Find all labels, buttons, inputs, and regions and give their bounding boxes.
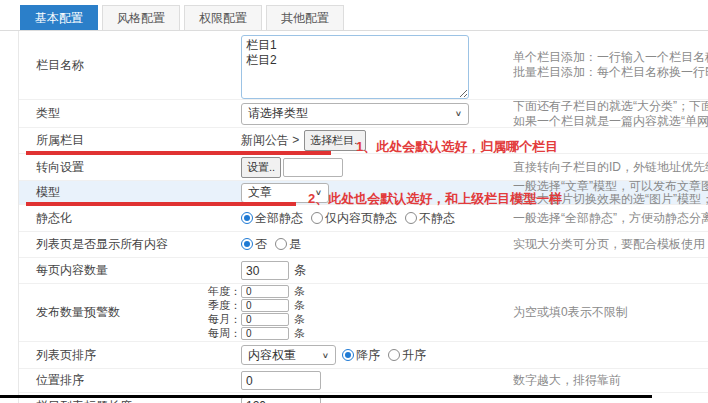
tab-basic-config[interactable]: 基本配置 [20,5,98,30]
radio-no-static[interactable]: 不静态 [405,210,455,227]
basic-config-form: 栏目名称 栏目1 栏目2 单个栏目添加：一行输入一个栏目名称即可； 批量栏目添加… [18,31,708,403]
row-type: 类型 请选择类型∨ 下面还有子栏目的就选“大分类”；下面没有更小子栏目的就 如果… [19,100,708,128]
per-page-count-input[interactable] [241,261,289,280]
position-sort-label: 位置排序 [36,372,241,389]
warn-item-year: 年度： 条 [199,285,513,299]
show-all-hint: 实现大分类可分页，要配合模板使用 [513,237,708,252]
radio-icon [388,349,400,361]
warn-quarter-input[interactable] [241,299,289,312]
type-select[interactable]: 请选择类型∨ [241,103,469,125]
parent-column-label: 所属栏目 [36,132,241,149]
warn-item-month: 每月： 条 [199,313,513,327]
redirect-input[interactable] [283,158,343,177]
tab-style-config[interactable]: 风格配置 [102,5,180,30]
row-publish-warn: 发布数量预警数 年度： 条 季度： 条 每月： [19,284,708,342]
row-parent-column: 所属栏目 新闻公告 > 选择栏目.. 1、此处会默认选好，归属哪个栏目 [19,128,708,154]
radio-icon [311,212,323,224]
row-redirect: 转向设置 设置.. 直接转向子栏目的ID，外链地址优先级高于转向设置。 [19,154,708,181]
radio-icon [342,349,354,361]
type-label: 类型 [36,105,241,122]
redirect-setting-button[interactable]: 设置.. [241,157,281,178]
per-page-count-unit: 条 [294,262,306,279]
chevron-down-icon: ∨ [455,109,462,118]
position-sort-hint: 数字越大，排得靠前 [513,373,708,388]
radio-icon [241,238,253,250]
warn-item-quarter: 季度： 条 [199,299,513,313]
list-sort-label: 列表页排序 [36,347,241,364]
config-tabbar: 基本配置 风格配置 权限配置 其他配置 [0,5,708,31]
column-name-textarea[interactable]: 栏目1 栏目2 [241,35,469,99]
row-model: 模型 文章∨ 一般选择“文章”模型，可以发布文章图片视频和外链；若一 展示大图片… [19,181,708,205]
static-hint: 一般选择“全部静态”，方便动静态分离部署；或者至少也选 [513,211,708,226]
row-position-sort: 位置排序 数字越大，排得靠前 [19,369,708,393]
title-length-label: 栏目列表标题长度 [36,398,241,403]
radio-all-static[interactable]: 全部静态 [241,210,303,227]
per-page-count-label: 每页内容数量 [36,262,241,279]
redirect-hint: 直接转向子栏目的ID，外链地址优先级高于转向设置。 [513,160,708,175]
warn-year-input[interactable] [241,285,289,298]
annotation-1: 1、此处会默认选好，归属哪个栏目 [356,138,558,156]
static-label: 静态化 [36,210,241,227]
row-list-sort: 列表页排序 内容权重∨ 降序 升序 [19,342,708,369]
column-name-hint: 单个栏目添加：一行输入一个栏目名称即可； 批量栏目添加：每个栏目名称换一行即可； [513,50,708,80]
row-per-page-count: 每页内容数量 条 [19,258,708,284]
radio-show-all-yes[interactable]: 是 [275,236,301,253]
row-show-all: 列表页是否显示所有内容 否 是 实现大分类可分页，要配合模板使用 [19,232,708,258]
tab-permission-config[interactable]: 权限配置 [184,5,262,30]
publish-warn-hint: 为空或填0表示不限制 [513,305,708,320]
tab-other-config[interactable]: 其他配置 [266,5,344,30]
redirect-label: 转向设置 [36,159,241,176]
column-config-page: 基本配置 风格配置 权限配置 其他配置 栏目名称 栏目1 栏目2 单个栏目添加：… [0,0,708,403]
red-underline-2 [26,202,296,206]
annotation-2: 2、此处也会默认选好，和上级栏目模型一样 [308,190,562,208]
model-label: 模型 [36,184,241,201]
show-all-label: 列表页是否显示所有内容 [36,236,241,253]
radio-sort-desc[interactable]: 降序 [342,347,380,364]
parent-column-path: 新闻公告 > [241,132,299,149]
radio-icon [241,212,253,224]
list-sort-select[interactable]: 内容权重∨ [241,345,336,365]
bottom-cutoff-line [0,395,652,398]
row-static: 静态化 全部静态 仅内容页静态 不静态 一般选择“全部静态”，方便动静态分离部署… [19,205,708,232]
warn-item-week: 每周： 条 [199,327,513,341]
radio-content-static[interactable]: 仅内容页静态 [311,210,397,227]
radio-sort-asc[interactable]: 升序 [388,347,426,364]
type-hint: 下面还有子栏目的就选“大分类”；下面没有更小子栏目的就 如果一个栏目就是一篇内容… [513,99,708,129]
warn-month-input[interactable] [241,313,289,326]
column-name-label: 栏目名称 [36,57,241,74]
red-underline-1 [26,151,331,155]
radio-icon [405,212,417,224]
row-column-name: 栏目名称 栏目1 栏目2 单个栏目添加：一行输入一个栏目名称即可； 批量栏目添加… [19,31,708,100]
position-sort-input[interactable] [241,371,321,390]
warn-week-input[interactable] [241,327,289,340]
radio-icon [275,238,287,250]
radio-show-all-no[interactable]: 否 [241,236,267,253]
chevron-down-icon: ∨ [322,351,329,360]
